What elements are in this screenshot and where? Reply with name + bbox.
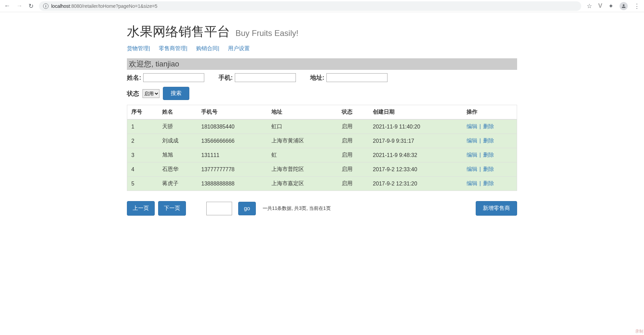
filter-status-label: 状态	[127, 90, 139, 98]
filter-status-select[interactable]: 启用	[143, 89, 159, 98]
cell-created: 2017-9-2 12:33:40	[369, 162, 462, 177]
site-info-icon[interactable]: i	[43, 3, 49, 9]
welcome-user: tianjiao	[155, 60, 179, 68]
welcome-prefix: 欢迎您,	[129, 60, 155, 68]
table-row: 5蒋虎子13888888888上海市嘉定区启用2017-9-2 12:31:20…	[127, 177, 517, 191]
nav-user-settings[interactable]: 用户设置	[228, 45, 250, 52]
browser-toolbar: ← → ↻ i localhost:8080/retailer/toHome?p…	[0, 0, 644, 12]
pager-left: 上一页 下一页 go 一共11条数据, 共3页, 当前在1页	[127, 201, 331, 216]
cell-address: 虹	[267, 148, 338, 162]
th-address: 地址	[267, 105, 338, 120]
filter-phone-input[interactable]	[235, 73, 296, 82]
back-icon[interactable]: ←	[4, 2, 10, 9]
cell-status: 启用	[338, 162, 369, 177]
cell-status: 启用	[338, 119, 369, 134]
address-bar[interactable]: i localhost:8080/retailer/toHome?pageNo=…	[39, 1, 581, 11]
edit-link[interactable]: 编辑	[467, 166, 477, 172]
cell-name: 蒋虎子	[158, 177, 197, 191]
cell-status: 启用	[338, 134, 369, 148]
cell-status: 启用	[338, 148, 369, 162]
op-separator: |	[478, 166, 482, 172]
cell-created: 2017-9-2 12:31:20	[369, 177, 462, 191]
go-button[interactable]: go	[238, 202, 256, 215]
extensions-puzzle-icon[interactable]: ✦	[608, 2, 613, 10]
cell-ops: 编辑 | 删除	[462, 119, 517, 134]
delete-link[interactable]: 删除	[483, 166, 494, 172]
search-button[interactable]: 搜索	[163, 87, 189, 100]
cell-address: 上海市嘉定区	[267, 177, 338, 191]
page-title: 水果网络销售平台	[127, 23, 230, 40]
edit-link[interactable]: 编辑	[467, 152, 477, 158]
th-created: 创建日期	[369, 105, 462, 120]
cell-address: 上海市黄浦区	[267, 134, 338, 148]
filter-row-1: 姓名: 手机: 地址:	[127, 73, 517, 82]
page-subtitle: Buy Fruits Easily!	[235, 28, 298, 38]
table-row: 1天骄18108385440虹口启用2021-11-9 11:40:20编辑 |…	[127, 119, 517, 134]
cell-ops: 编辑 | 删除	[462, 162, 517, 177]
add-retailer-button[interactable]: 新增零售商	[476, 201, 517, 216]
page-container: 水果网络销售平台 Buy Fruits Easily! 货物管理| 零售商管理|…	[127, 14, 517, 216]
cell-created: 2021-11-9 11:40:20	[369, 119, 462, 134]
cell-created: 2017-9-9 9:31:17	[369, 134, 462, 148]
forward-icon[interactable]: →	[16, 2, 22, 9]
th-index: 序号	[127, 105, 158, 120]
browser-nav-buttons: ← → ↻	[4, 2, 34, 10]
cell-index: 4	[127, 162, 158, 177]
filter-address-input[interactable]	[326, 73, 387, 82]
delete-link[interactable]: 删除	[483, 152, 494, 158]
pager-right: 新增零售商	[476, 201, 517, 216]
cell-name: 刘成成	[158, 134, 197, 148]
prev-page-button[interactable]: 上一页	[127, 201, 155, 216]
table-row: 4石恩华13777777778上海市普陀区启用2017-9-2 12:33:40…	[127, 162, 517, 177]
reload-icon[interactable]: ↻	[29, 2, 34, 10]
kebab-menu-icon[interactable]: ⋮	[634, 2, 640, 10]
cell-phone: 131111	[197, 148, 267, 162]
op-separator: |	[478, 123, 482, 129]
th-name: 姓名	[158, 105, 197, 120]
table-row: 3旭旭131111虹启用2021-11-9 9:48:32编辑 | 删除	[127, 148, 517, 162]
edit-link[interactable]: 编辑	[467, 138, 477, 143]
nav-contract[interactable]: 购销合同|	[196, 45, 219, 52]
op-separator: |	[478, 180, 482, 186]
delete-link[interactable]: 删除	[483, 180, 494, 186]
th-status: 状态	[338, 105, 369, 120]
op-separator: |	[478, 138, 482, 143]
table-row: 2刘成成13566666666上海市黄浦区启用2017-9-9 9:31:17编…	[127, 134, 517, 148]
profile-avatar-icon[interactable]	[620, 2, 628, 10]
cell-address: 虹口	[267, 119, 338, 134]
nav-retailer[interactable]: 零售商管理|	[159, 45, 187, 52]
cell-index: 1	[127, 119, 158, 134]
cell-ops: 编辑 | 删除	[462, 148, 517, 162]
retailer-table: 序号 姓名 手机号 地址 状态 创建日期 操作 1天骄18108385440虹口…	[127, 105, 517, 191]
edit-link[interactable]: 编辑	[467, 123, 477, 129]
delete-link[interactable]: 删除	[483, 123, 494, 129]
op-separator: |	[478, 152, 482, 158]
browser-right-icons: ☆ V ✦ ⋮	[587, 2, 640, 10]
filter-phone-label: 手机:	[219, 74, 233, 82]
edit-link[interactable]: 编辑	[467, 180, 477, 186]
url-text: localhost:8080/retailer/toHome?pageNo=1&…	[51, 3, 157, 9]
nav-goods[interactable]: 货物管理|	[127, 45, 150, 52]
delete-link[interactable]: 删除	[483, 138, 494, 143]
cell-ops: 编辑 | 删除	[462, 134, 517, 148]
page-number-input[interactable]	[206, 202, 232, 215]
filter-address-label: 地址:	[310, 74, 324, 82]
v-extension-icon[interactable]: V	[598, 2, 602, 9]
welcome-banner: 欢迎您, tianjiao	[127, 58, 517, 70]
cell-ops: 编辑 | 删除	[462, 177, 517, 191]
filter-name-input[interactable]	[143, 73, 204, 82]
th-phone: 手机号	[197, 105, 267, 120]
cell-phone: 13566666666	[197, 134, 267, 148]
table-header-row: 序号 姓名 手机号 地址 状态 创建日期 操作	[127, 105, 517, 120]
filter-name-label: 姓名:	[127, 74, 141, 82]
cell-name: 天骄	[158, 119, 197, 134]
bookmark-star-icon[interactable]: ☆	[587, 2, 592, 10]
pager-row: 上一页 下一页 go 一共11条数据, 共3页, 当前在1页 新增零售商	[127, 201, 517, 216]
page-header: 水果网络销售平台 Buy Fruits Easily!	[127, 23, 517, 40]
cell-name: 旭旭	[158, 148, 197, 162]
cell-index: 5	[127, 177, 158, 191]
next-page-button[interactable]: 下一页	[158, 201, 186, 216]
cell-index: 2	[127, 134, 158, 148]
th-ops: 操作	[462, 105, 517, 120]
cell-address: 上海市普陀区	[267, 162, 338, 177]
